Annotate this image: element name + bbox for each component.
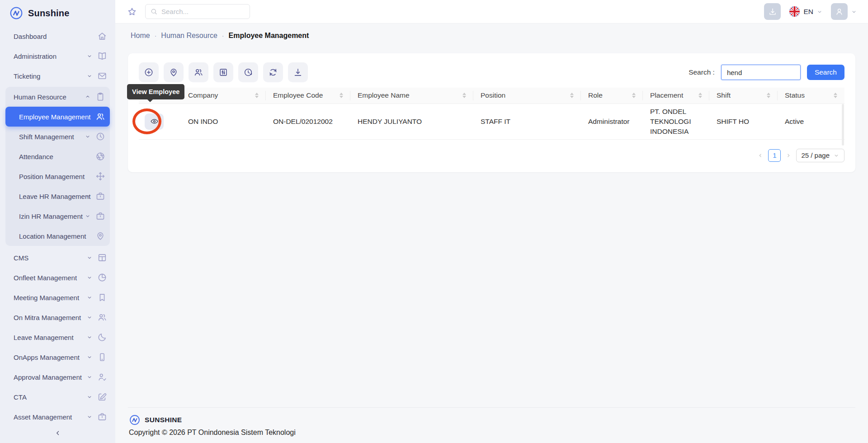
sidebar-item-label: CMS (14, 254, 86, 262)
sidebar-item-employee-management[interactable]: Employee Management (5, 107, 110, 127)
sidebar-item-cms[interactable]: CMS (0, 248, 115, 268)
bookmark-icon (97, 292, 107, 302)
chevron-up-icon (85, 94, 91, 100)
card-toolbar: Search : Search (139, 62, 844, 82)
chevron-down-icon (86, 53, 93, 59)
favorite-button[interactable] (127, 7, 137, 17)
table-row: View Employee ON INDO ON-DEL/02012002 HE… (139, 104, 844, 139)
column-header-status[interactable]: Status (778, 88, 844, 104)
next-page-button[interactable] (785, 152, 792, 159)
sidebar-item-ticketing[interactable]: Ticketing (0, 66, 115, 86)
briefcase-icon (97, 412, 107, 422)
sidebar-item-label: Employee Management (19, 113, 95, 121)
actions-cell: View Employee (139, 104, 181, 139)
export-button[interactable] (288, 62, 308, 82)
users-icon (193, 67, 203, 77)
sidebar-item-shift-management[interactable]: Shift Management (5, 127, 110, 146)
chevron-down-icon (86, 354, 93, 360)
avatar (831, 3, 848, 20)
sidebar-item-asset-management[interactable]: Asset Management (0, 407, 115, 423)
chevron-down-icon (86, 274, 93, 281)
sort-carets-icon[interactable] (340, 93, 343, 98)
language-selector[interactable]: EN (789, 6, 823, 17)
sidebar-item-meeting-management[interactable]: Meeting Management (0, 287, 115, 307)
breadcrumb-human-resource[interactable]: Human Resource (161, 32, 217, 40)
chevron-down-icon (85, 193, 91, 199)
chevron-down-icon (816, 9, 823, 15)
chevron-down-icon (85, 133, 91, 140)
sidebar-item-human-resource[interactable]: Human Resource (5, 87, 110, 107)
prev-page-button[interactable] (757, 152, 764, 159)
sort-carets-icon[interactable] (570, 93, 574, 98)
history-button[interactable] (238, 62, 258, 82)
sidebar-menu: Dashboard Administration Ticketing Human… (0, 26, 115, 423)
download-button[interactable] (764, 3, 781, 20)
download-icon (293, 67, 303, 77)
sidebar-item-position-management[interactable]: Position Management (5, 166, 110, 186)
add-employee-button[interactable] (139, 62, 159, 82)
page-number-button[interactable]: 1 (768, 149, 781, 162)
column-header-role[interactable]: Role (581, 88, 643, 104)
search-button[interactable]: Search (807, 65, 844, 80)
sidebar-collapse-button[interactable] (0, 423, 115, 443)
mobile-icon (97, 352, 107, 362)
map-pin-icon (95, 231, 105, 241)
employee-table: Actions Company Employee Code (139, 88, 844, 140)
chevron-down-icon (86, 394, 93, 400)
sidebar-item-onfleet-management[interactable]: Onfleet Management (0, 268, 115, 287)
clock-icon (95, 132, 105, 141)
sort-carets-icon[interactable] (632, 93, 636, 98)
cell-shift: SHIFT HO (709, 104, 778, 139)
column-header-placement[interactable]: Placement (643, 88, 709, 104)
sort-carets-icon[interactable] (462, 93, 466, 98)
column-header-employee-code[interactable]: Employee Code (266, 88, 350, 104)
sidebar-item-onapps-management[interactable]: OnApps Management (0, 347, 115, 367)
sidebar-item-label: Asset Management (14, 413, 86, 421)
sort-carets-icon[interactable] (698, 93, 702, 98)
sidebar-item-approval-management[interactable]: Approval Management (0, 367, 115, 387)
pagination: 1 25 / page (139, 149, 844, 162)
column-header-company[interactable]: Company (181, 88, 266, 104)
cell-employee-code: ON-DEL/02012002 (266, 104, 350, 139)
sort-carets-icon[interactable] (255, 93, 259, 98)
sidebar-item-label: Location Management (19, 232, 95, 240)
cell-status: Active (778, 104, 844, 139)
global-search-input[interactable] (161, 8, 251, 15)
sidebar-item-dashboard[interactable]: Dashboard (0, 26, 115, 46)
chevron-down-icon (86, 254, 93, 261)
sidebar-item-administration[interactable]: Administration (0, 46, 115, 66)
user-menu[interactable] (831, 3, 857, 20)
employees-button[interactable] (189, 62, 208, 82)
table-search-input[interactable] (721, 65, 801, 80)
view-employee-tooltip: View Employee (127, 84, 184, 99)
sidebar-item-cta[interactable]: CTA (0, 387, 115, 407)
sidebar-item-on-mitra-management[interactable]: On Mitra Management (0, 307, 115, 327)
view-employee-button[interactable] (145, 113, 164, 130)
sidebar-item-label: Onfleet Management (14, 274, 86, 282)
sidebar-item-attendance[interactable]: Attendance (5, 146, 110, 166)
column-header-shift[interactable]: Shift (709, 88, 778, 104)
sidebar-item-label: Attendance (19, 153, 95, 160)
chevron-down-icon (86, 414, 93, 420)
sidebar-item-izin-hr-management[interactable]: Izin HR Management (5, 206, 110, 226)
chevron-down-icon (86, 73, 93, 79)
page-size-select[interactable]: 25 / page (796, 149, 844, 162)
sidebar-item-label: Administration (14, 52, 86, 60)
breadcrumb-home[interactable]: Home (131, 32, 150, 40)
column-header-employee-name[interactable]: Employee Name (350, 88, 473, 104)
table-settings-button[interactable] (213, 62, 233, 82)
sidebar-item-leave-management[interactable]: Leave Management (0, 327, 115, 347)
sidebar-item-location-management[interactable]: Location Management (5, 226, 110, 246)
sidebar-item-label: Meeting Management (14, 294, 86, 302)
global-search-box (145, 4, 250, 19)
sort-carets-icon[interactable] (767, 93, 770, 98)
column-header-position[interactable]: Position (473, 88, 581, 104)
refresh-button[interactable] (263, 62, 283, 82)
sort-carets-icon[interactable] (834, 93, 837, 98)
brand-name: Sunshine (28, 8, 70, 19)
table-search-panel: Search : Search (689, 65, 844, 80)
table-scrollbar[interactable] (842, 104, 844, 146)
user-check-icon (97, 372, 107, 382)
sidebar-item-leave-hr-management[interactable]: Leave HR Management (5, 186, 110, 206)
location-button[interactable] (164, 62, 184, 82)
